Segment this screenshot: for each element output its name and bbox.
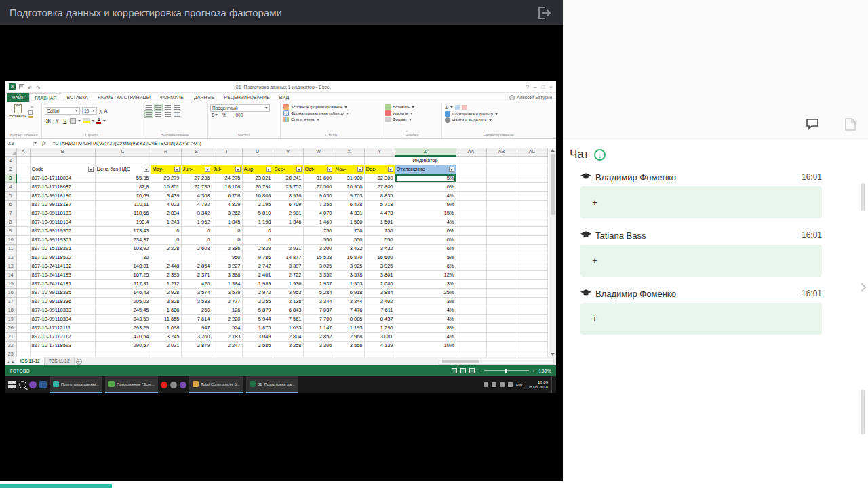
column-header-S[interactable]: S — [181, 148, 212, 156]
cell[interactable]: 550 — [334, 236, 364, 245]
cell[interactable]: 2 586 — [242, 342, 273, 350]
cells-button[interactable]: Удалить — [385, 110, 439, 116]
cell[interactable] — [517, 324, 547, 333]
cell[interactable]: 0 — [212, 236, 242, 245]
cell[interactable]: 897-10-17118084 — [30, 174, 95, 183]
ribbon-tab-2[interactable]: ГЛАВНАЯ — [29, 93, 62, 102]
cell[interactable] — [486, 324, 517, 333]
cell[interactable] — [456, 156, 486, 165]
cell[interactable]: 1 500 — [334, 218, 364, 227]
cell[interactable]: 3 556 — [334, 342, 364, 350]
taskbar-app-button[interactable]: Total Commander 6... — [189, 376, 243, 393]
cell[interactable] — [517, 315, 547, 324]
cell[interactable] — [456, 280, 486, 289]
cell[interactable] — [517, 271, 547, 280]
cell[interactable] — [181, 156, 212, 165]
ribbon-tab-7[interactable]: РЕЦЕНЗИРОВАНИЕ — [219, 93, 274, 102]
new-sheet-icon[interactable] — [76, 359, 82, 365]
cell[interactable]: 110,11 — [95, 201, 151, 209]
cell[interactable]: 897-10-24114183 — [30, 271, 95, 280]
cell[interactable]: 1 193 — [334, 324, 364, 333]
cell[interactable]: 3 579 — [212, 289, 242, 298]
row-header[interactable]: 11 — [5, 245, 16, 253]
row-header[interactable]: 14 — [5, 271, 16, 280]
cell[interactable] — [30, 350, 95, 357]
language-indicator[interactable]: РУС — [516, 383, 524, 387]
cell[interactable] — [456, 245, 486, 253]
cell[interactable]: 2 228 — [151, 245, 181, 253]
cell[interactable] — [486, 298, 517, 306]
scroll-down-icon[interactable] — [551, 353, 555, 356]
cell[interactable] — [212, 156, 242, 165]
scrollbar-thumb[interactable] — [861, 183, 865, 211]
cell[interactable]: 1 845 — [212, 218, 242, 227]
cell[interactable]: 897-10-24114181 — [30, 280, 95, 289]
cell[interactable] — [456, 350, 486, 357]
cell[interactable] — [486, 192, 517, 201]
cell[interactable]: 2 839 — [242, 245, 273, 253]
cell[interactable] — [30, 156, 95, 165]
filter-button-icon[interactable] — [235, 167, 241, 172]
cell[interactable]: 3 925 — [334, 262, 364, 271]
cell[interactable]: 24 275 — [212, 174, 242, 183]
cell[interactable]: 1 212 — [151, 280, 181, 289]
filter-button-icon[interactable] — [144, 167, 149, 172]
cell[interactable]: 1 937 — [303, 280, 334, 289]
cell[interactable] — [456, 271, 486, 280]
cell[interactable] — [517, 306, 547, 315]
cell[interactable]: 7 700 — [303, 315, 334, 324]
cell[interactable] — [16, 165, 30, 174]
save-icon[interactable] — [19, 84, 24, 89]
cell[interactable]: 55,35 — [95, 174, 151, 183]
cell[interactable] — [517, 156, 547, 165]
cell[interactable]: 6% — [395, 262, 456, 271]
cell[interactable]: 16 600 — [364, 253, 395, 262]
cell[interactable] — [16, 227, 30, 236]
cell[interactable]: Sep- — [273, 165, 303, 174]
cell[interactable]: 1 469 — [303, 218, 334, 227]
cell[interactable]: 1 936 — [273, 280, 303, 289]
row-header[interactable]: 15 — [5, 280, 16, 289]
cell[interactable] — [16, 333, 30, 342]
cell[interactable] — [456, 201, 486, 209]
cell[interactable]: 0% — [395, 227, 456, 236]
cell[interactable] — [16, 280, 30, 289]
cell[interactable]: 23 752 — [273, 183, 303, 192]
cell[interactable]: 897-10-99118336 — [30, 298, 95, 306]
cell[interactable] — [486, 218, 517, 227]
cell[interactable]: 0 — [151, 227, 181, 236]
cell[interactable] — [273, 227, 303, 236]
cell[interactable]: 1 989 — [242, 280, 273, 289]
style-button[interactable]: Стили ячеек — [283, 117, 379, 122]
cell[interactable] — [486, 245, 517, 253]
cell[interactable]: 1 962 — [181, 218, 212, 227]
cell[interactable]: 3 255 — [242, 298, 273, 306]
cell[interactable]: 897-10-99118522 — [30, 253, 95, 262]
ribbon-tab-5[interactable]: ФОРМУЛЫ — [155, 93, 189, 102]
fill-color-icon[interactable] — [83, 118, 90, 123]
cell[interactable] — [456, 289, 486, 298]
cell[interactable] — [16, 298, 30, 306]
cell[interactable] — [395, 350, 456, 357]
cell[interactable]: 3 342 — [181, 209, 212, 218]
cell[interactable]: 234,37 — [95, 236, 151, 245]
merge-center-icon[interactable] — [174, 112, 180, 117]
cell[interactable]: 4% — [395, 218, 456, 227]
cell[interactable]: Цена без НДС — [95, 165, 151, 174]
scroll-up-icon[interactable] — [551, 149, 555, 152]
progress-bar[interactable] — [0, 484, 112, 488]
cell[interactable] — [486, 183, 517, 192]
cell[interactable]: 10 809 — [242, 192, 273, 201]
align-top-button[interactable] — [145, 104, 153, 110]
cell[interactable] — [16, 262, 30, 271]
cell[interactable]: 2 972 — [242, 289, 273, 298]
row-header[interactable]: 4 — [5, 183, 16, 192]
cell[interactable]: 897-10-99118183 — [30, 209, 95, 218]
cell[interactable] — [456, 183, 486, 192]
cell[interactable]: 5 810 — [242, 209, 273, 218]
cell[interactable]: 4% — [395, 306, 456, 315]
page-break-view-icon[interactable] — [469, 368, 475, 373]
cell[interactable]: 3 344 — [303, 298, 334, 306]
cell[interactable]: 2 395 — [151, 271, 181, 280]
cell[interactable]: 4% — [395, 333, 456, 342]
